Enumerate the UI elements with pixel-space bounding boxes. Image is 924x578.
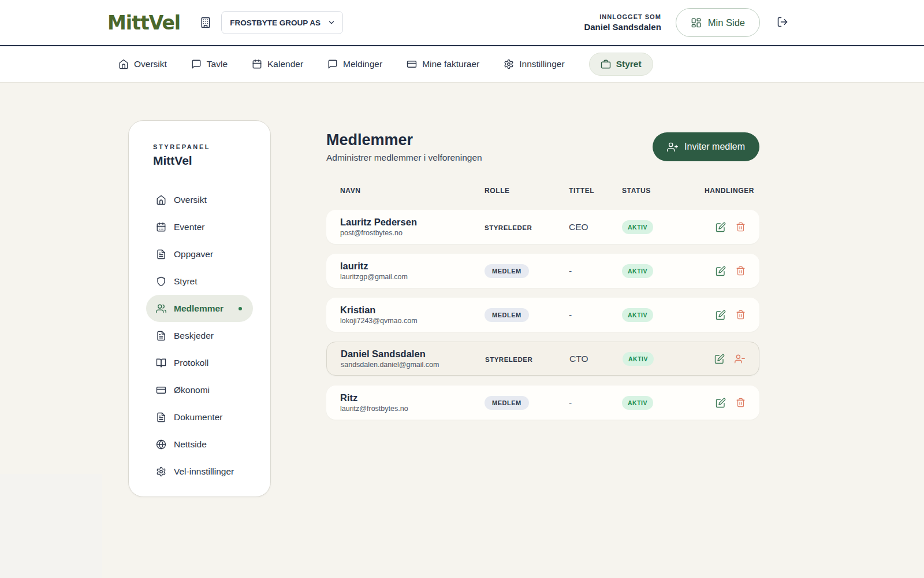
active-dot	[239, 307, 242, 310]
org-selector[interactable]: FROSTBYTE GROUP AS	[221, 11, 343, 34]
sidebar-item-styret[interactable]: Styret	[146, 268, 253, 295]
home-icon	[156, 195, 166, 205]
min-side-label: Min Side	[708, 17, 745, 28]
nav-item-label: Tavle	[207, 59, 228, 69]
logged-in-info: INNLOGGET SOM Daniel Sandsdalen	[584, 13, 661, 32]
delete-member-button[interactable]	[736, 310, 746, 320]
member-name: Kristian	[340, 305, 485, 316]
sidebar-item-okonomi[interactable]: Økonomi	[146, 376, 253, 403]
sidebar-item-protokoll[interactable]: Protokoll	[146, 349, 253, 376]
invite-button-label: Inviter medlem	[684, 142, 745, 152]
sidebar-item-oppgaver[interactable]: Oppgaver	[146, 240, 253, 268]
status-badge: AKTIV	[622, 264, 653, 278]
row-actions	[705, 266, 746, 276]
sidebar-item-vel-innstillinger[interactable]: Vel-innstillinger	[146, 458, 253, 485]
page-title: Medlemmer	[326, 130, 482, 150]
invite-member-button[interactable]: Inviter medlem	[653, 132, 759, 161]
nav-item-styret[interactable]: Styret	[589, 53, 653, 76]
column-header-rolle: ROLLE	[485, 187, 569, 195]
book-open-icon	[156, 358, 166, 368]
member-email: lauritz@frostbytes.no	[340, 405, 485, 413]
logout-icon	[777, 16, 788, 28]
role-badge: MEDLEM	[485, 264, 529, 278]
calendar-days-icon	[156, 222, 166, 232]
sidebar-item-label: Vel-innstillinger	[174, 466, 234, 477]
column-header-status: STATUS	[622, 187, 705, 195]
file-text-icon	[156, 412, 166, 423]
edit-member-button[interactable]	[716, 398, 726, 408]
table-header: NAVNROLLETITTELSTATUSHANDLINGER	[326, 187, 759, 195]
nav-item-oversikt[interactable]: Oversikt	[118, 59, 167, 69]
trash-icon	[736, 398, 746, 407]
table-row: Kristian lokoji7243@qvmao.com MEDLEM - A…	[326, 298, 759, 332]
nav-item-meldinger[interactable]: Meldinger	[327, 59, 382, 69]
min-side-button[interactable]: Min Side	[676, 8, 760, 37]
delete-member-button[interactable]	[736, 222, 746, 232]
status-badge: AKTIV	[622, 396, 653, 410]
styrepanel-sidebar: STYREPANEL MittVel OversiktEventerOppgav…	[128, 120, 271, 497]
chevron-down-icon	[327, 18, 336, 27]
building-icon	[200, 17, 211, 28]
role-label: STYRELEDER	[485, 224, 532, 231]
edit-member-button[interactable]	[716, 310, 726, 320]
trash-icon	[736, 310, 746, 320]
edit-member-button[interactable]	[716, 222, 726, 232]
credit-card-icon	[156, 385, 166, 395]
sidebar-item-oversikt[interactable]: Oversikt	[146, 186, 253, 213]
delete-member-button[interactable]	[736, 398, 746, 407]
sidebar-item-label: Oversikt	[174, 195, 207, 205]
nav-item-mine-fakturaer[interactable]: Mine fakturaer	[407, 59, 479, 69]
globe-icon	[156, 439, 166, 450]
member-email: lauritzgp@gmail.com	[340, 273, 485, 281]
status-badge: AKTIV	[622, 308, 653, 322]
sidebar-item-label: Eventer	[174, 222, 204, 232]
member-email: lokoji7243@qvmao.com	[340, 317, 485, 325]
column-header-handlinger: HANDLINGER	[705, 187, 754, 195]
background-patch	[0, 474, 102, 578]
main-nav: OversiktTavleKalenderMeldingerMine faktu…	[0, 45, 924, 83]
logout-button[interactable]	[777, 16, 788, 29]
role-label: STYRELEDER	[485, 356, 532, 363]
nav-item-label: Meldinger	[343, 59, 382, 69]
role-badge: MEDLEM	[485, 396, 529, 410]
edit-icon	[716, 266, 726, 276]
member-name: Ritz	[340, 392, 485, 404]
nav-item-label: Kalender	[267, 59, 303, 69]
member-name: Lauritz Pedersen	[340, 217, 485, 228]
sidebar-item-label: Nettside	[174, 439, 207, 450]
nav-item-tavle[interactable]: Tavle	[191, 59, 228, 69]
sidebar-item-dokumenter[interactable]: Dokumenter	[146, 403, 253, 431]
column-header-navn: NAVN	[340, 187, 485, 195]
delete-member-button[interactable]	[736, 266, 746, 276]
sidebar-item-label: Protokoll	[174, 358, 208, 368]
panel-label: STYREPANEL	[153, 143, 246, 150]
file-text-icon	[156, 331, 166, 341]
status-badge: AKTIV	[623, 352, 654, 366]
user-minus-icon	[735, 354, 745, 364]
dashboard-grid-icon	[691, 17, 702, 28]
member-title: -	[569, 310, 622, 320]
sidebar-item-nettside[interactable]: Nettside	[146, 431, 253, 458]
settings-icon	[156, 466, 166, 477]
user-plus-icon	[667, 142, 678, 153]
remove-member-button[interactable]	[735, 354, 745, 364]
edit-member-button[interactable]	[716, 266, 726, 276]
sidebar-item-medlemmer[interactable]: Medlemmer	[146, 295, 253, 322]
member-email: post@frostbytes.no	[340, 229, 485, 237]
message-square-icon	[327, 59, 338, 69]
row-actions	[705, 398, 746, 408]
sidebar-item-eventer[interactable]: Eventer	[146, 213, 253, 240]
sidebar-item-label: Medlemmer	[174, 303, 223, 314]
member-title: CEO	[569, 222, 622, 232]
row-actions	[705, 310, 746, 320]
table-row: Ritz lauritz@frostbytes.no MEDLEM - AKTI…	[326, 386, 759, 420]
nav-item-kalender[interactable]: Kalender	[252, 59, 303, 69]
row-actions	[705, 222, 746, 232]
edit-member-button[interactable]	[714, 354, 725, 364]
nav-item-innstillinger[interactable]: Innstillinger	[504, 59, 564, 69]
home-icon	[118, 59, 129, 69]
settings-icon	[504, 59, 514, 69]
briefcase-icon	[601, 59, 611, 69]
sidebar-item-beskjeder[interactable]: Beskjeder	[146, 322, 253, 349]
sidebar-item-label: Styret	[174, 276, 197, 287]
